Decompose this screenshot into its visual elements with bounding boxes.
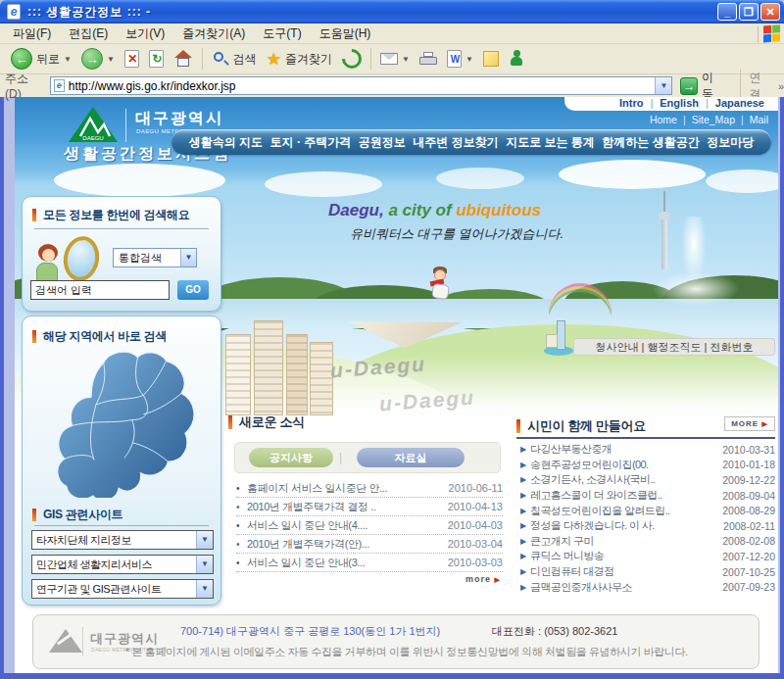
stop-button[interactable]: ✕ [120, 45, 144, 73]
news-item[interactable]: • 서비스 일시 중단 안내(4.... 2010-04-03 [236, 516, 503, 535]
print-icon [419, 52, 437, 66]
gis-site-select[interactable]: 타자치단체 지리정보 ▼ [31, 530, 214, 550]
bullet-icon: ▶ [520, 583, 530, 592]
tab-archive[interactable]: 자료실 [357, 448, 465, 467]
gis-box-title: GIS 관련사이트 [43, 507, 122, 523]
browser-toolbar: ← 뒤로 ▼ → ▼ ✕ ↻ 검색 ★ 즐겨찾기 [0, 44, 784, 74]
language-links: IntroEnglishJapanese [564, 97, 778, 111]
menu-item[interactable]: 편집(E) [60, 25, 117, 42]
citizen-item[interactable]: ▶ 정성을 다하겠습니다. 이 사. 2008-02-11 [520, 518, 775, 534]
utility-links: HomeSite_MapMail [650, 114, 768, 125]
language-link[interactable]: English [643, 97, 699, 110]
tab-notices[interactable]: 공지사항 [249, 448, 333, 467]
menu-item[interactable]: 보기(V) [117, 25, 173, 42]
citizen-item[interactable]: ▶ 송현주공성모어린이집(00. 2010-01-18 [520, 458, 775, 473]
menu-item[interactable]: 파일(F) [4, 25, 60, 42]
search-button[interactable]: 검색 [207, 45, 262, 73]
citizen-item[interactable]: ▶ 레고홈스쿨이 더 와이즈클럽.. 2008-09-04 [520, 488, 775, 504]
windows-logo-icon [758, 24, 781, 43]
mail-button[interactable]: ▼ [375, 45, 415, 73]
close-button[interactable]: ✕ [760, 3, 780, 21]
citizen-item[interactable]: ▶ 금맥공인중개사사무소 2007-09-23 [520, 579, 775, 595]
building-illustration [225, 334, 251, 415]
cartoon-boy-body [431, 283, 450, 300]
nav-item[interactable]: 정보마당 [707, 134, 754, 151]
citizen-item[interactable]: ▶ 다깅산부동산중개 2010-03-31 [520, 442, 775, 458]
news-item[interactable]: • 2010년 개별주택가격(안)... 2010-03-04 [236, 535, 503, 554]
search-input[interactable] [30, 280, 170, 300]
page-content: IntroEnglishJapanese HomeSite_MapMail DA… [15, 97, 778, 673]
nav-item[interactable]: 생활속의 지도 [189, 134, 263, 151]
footer-logo-icon [49, 629, 82, 653]
window-border-left [0, 97, 4, 679]
back-button[interactable]: ← 뒤로 ▼ [6, 45, 76, 73]
nav-item[interactable]: 지도로 보는 통계 [506, 134, 595, 151]
search-category-select[interactable]: 통합검색 ▼ [113, 248, 197, 267]
citizen-item[interactable]: ▶ 칠곡성도어린이집을 알려드립.. 2008-08-29 [520, 503, 775, 518]
back-label: 뒤로 [36, 51, 60, 68]
edit-button[interactable]: W ▼ [442, 45, 478, 73]
messenger-button[interactable] [504, 45, 529, 73]
bullet-icon: • [236, 539, 247, 550]
citizen-item[interactable]: ▶ 큐딕스 머니방송 2007-12-20 [520, 549, 775, 564]
news-more-button[interactable]: more ▶ [466, 574, 501, 584]
utility-link[interactable]: Site_Map [677, 114, 735, 125]
daegu-logo-icon: DAEGU [69, 107, 118, 142]
nav-item[interactable]: 함께하는 생활공간 [602, 134, 699, 151]
nav-item[interactable]: 토지 · 주택가격 [270, 134, 352, 151]
history-button[interactable] [337, 45, 367, 73]
tab-separator: | [339, 451, 342, 464]
cloud [54, 164, 225, 197]
print-button[interactable] [415, 45, 442, 73]
footer-logo-divider [82, 627, 83, 656]
utility-link[interactable]: Mail [735, 114, 768, 125]
search-go-button[interactable]: GO [177, 280, 209, 300]
window-border-bottom [0, 673, 784, 679]
site-header: IntroEnglishJapanese HomeSite_MapMail DA… [15, 97, 778, 187]
home-button[interactable] [169, 45, 198, 73]
citizen-item[interactable]: ▶ 디인컴퓨터 대경점 2007-10-25 [520, 564, 775, 580]
address-dropdown-icon[interactable]: ▼ [655, 77, 671, 94]
news-item[interactable]: • 서비스 일시 중단 안내(3... 2010-03-03 [236, 554, 503, 572]
minimize-button[interactable]: _ [717, 3, 737, 21]
refresh-button[interactable]: ↻ [144, 45, 169, 73]
address-input[interactable]: e http://www.gis.go.kr/indexkor.jsp ▼ [50, 76, 673, 95]
links-chevron-icon[interactable]: » [778, 80, 784, 92]
section-underline [516, 437, 775, 439]
favorites-button[interactable]: ★ 즐겨찾기 [262, 45, 337, 73]
footer-phone: 대표전화 : (053) 802-3621 [492, 624, 617, 639]
language-link[interactable]: Japanese [699, 97, 764, 110]
menu-item[interactable]: 도구(T) [254, 25, 310, 42]
language-link[interactable]: Intro [619, 97, 643, 110]
menu-item[interactable]: 즐겨찾기(A) [173, 25, 254, 42]
region-box: 해당 지역에서 바로 검색 [22, 315, 221, 606]
gis-site-select[interactable]: 민간업체 생활지리서비스 ▼ [31, 555, 214, 574]
favorites-label: 즐겨찾기 [285, 51, 332, 68]
history-icon [338, 45, 366, 73]
page-icon: e [54, 79, 65, 92]
citizen-item[interactable]: ▶ 큰고개지 구미 2008-02-08 [520, 534, 775, 550]
gis-site-select[interactable]: 연구기관 및 GIS관련사이트 ▼ [31, 579, 214, 599]
quick-links-bar[interactable]: 청사안내 | 행정조직도 | 전화번호 [573, 338, 775, 356]
notes-button[interactable] [478, 45, 504, 73]
news-item[interactable]: • 홈페이지 서비스 일시중단 안... 2010-06-11 [236, 479, 503, 498]
citizen-item[interactable]: ▶ 소경기든사, 소경시사(국비.. 2009-12-22 [520, 472, 775, 488]
citizen-more-button[interactable]: MORE ▶ [724, 416, 775, 431]
daegu-district-map[interactable] [36, 346, 209, 498]
menu-item[interactable]: 도움말(H) [311, 25, 380, 42]
forward-button[interactable]: → ▼ [76, 45, 120, 73]
nav-item[interactable]: 내주변 정보찾기 [413, 134, 498, 151]
refresh-icon: ↻ [149, 50, 164, 68]
citizen-section-title: 시민이 함께 만들어요 [516, 417, 646, 435]
utility-link[interactable]: Home [650, 114, 677, 125]
url-text: http://www.gis.go.kr/indexkor.jsp [69, 79, 656, 93]
news-item[interactable]: • 2010년 개별주택가격 결정 .. 2010-04-13 [236, 498, 503, 516]
bullet-icon: • [236, 558, 247, 568]
mail-dropdown-icon: ▼ [402, 55, 410, 64]
footer-address: 700-714) 대구광역시 중구 공평로 130(동인 1가 1번지) [180, 624, 440, 639]
gis-site-selects: 타자치단체 지리정보 ▼ 민간업체 생활지리서비스 ▼ 연구기관 및 GIS관련… [31, 530, 214, 604]
nav-item[interactable]: 공원정보 [359, 134, 406, 151]
home-icon [173, 50, 193, 68]
maximize-button[interactable]: ❐ [739, 3, 759, 21]
note-icon [483, 51, 499, 67]
